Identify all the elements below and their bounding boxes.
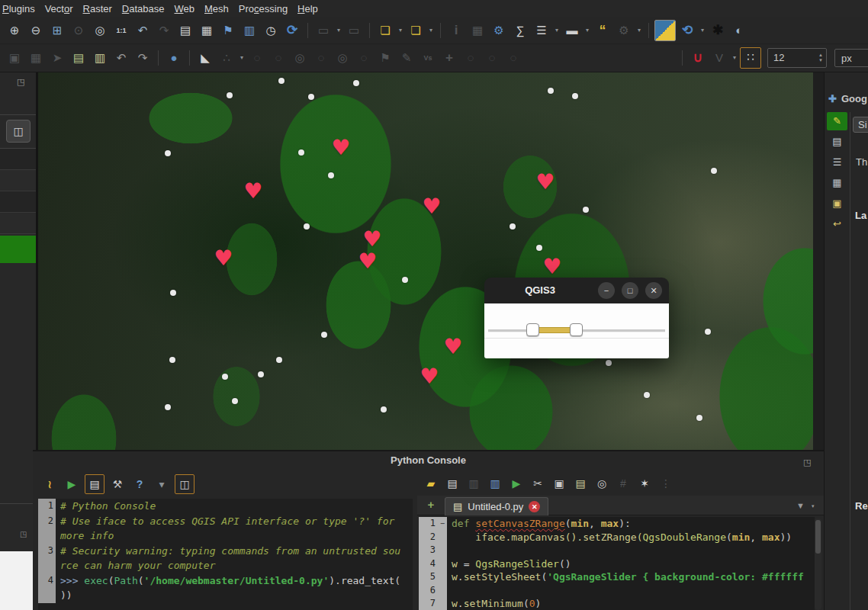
merge-3-icon[interactable]: ◌ <box>503 48 523 68</box>
deselect-features-icon[interactable]: ▭ <box>344 21 364 40</box>
styling-tab-symbology[interactable]: ✎ <box>827 112 847 130</box>
tracing-caret[interactable]: ▾ <box>731 48 738 68</box>
zoom-out-icon[interactable]: ⊖ <box>26 21 46 40</box>
attribute-table-icon[interactable]: ☰ <box>532 21 551 40</box>
show-editor-icon[interactable]: ▤ <box>85 474 104 494</box>
tracing-icon[interactable]: V <box>709 48 729 68</box>
open-script-icon[interactable]: ▰ <box>422 474 440 493</box>
python-console-icon[interactable] <box>654 20 676 41</box>
dialog-titlebar[interactable]: QGIS3 − □ ✕ <box>484 278 669 303</box>
fold-marker[interactable]: − <box>438 517 447 531</box>
list-item[interactable] <box>0 191 36 213</box>
menu-raster[interactable]: Raster <box>82 3 121 14</box>
panel-toolbar-button[interactable]: ◫ <box>6 120 31 143</box>
digitize-5-icon[interactable]: ◎ <box>333 48 352 68</box>
zoom-next-icon[interactable]: ↷ <box>154 21 174 40</box>
open-in-external-editor-icon[interactable]: ▤ <box>443 474 461 493</box>
show-bookmarks-icon[interactable]: ▥ <box>240 21 259 40</box>
undo-icon[interactable]: ↶ <box>111 48 131 68</box>
styling-tab-3d-view[interactable]: ▦ <box>827 174 847 192</box>
temporal-controller-icon[interactable]: ◷ <box>261 21 281 40</box>
menu-plugins[interactable]: Plugins <box>2 3 44 14</box>
list-item-selected[interactable] <box>0 236 36 263</box>
split-features-icon[interactable]: + <box>439 48 459 68</box>
annotation-icon[interactable]: ❏ <box>406 21 426 40</box>
new-map-view-icon[interactable]: ▤ <box>175 21 195 40</box>
save-as-icon[interactable]: ▥ <box>486 474 504 493</box>
paste-style-icon[interactable]: ▥ <box>90 48 110 68</box>
console-output[interactable]: 1# Python Console2# Use iface to access … <box>38 499 413 610</box>
db-manager-icon[interactable]: ● <box>164 48 184 68</box>
copy-features-icon[interactable]: ▣ <box>5 48 24 68</box>
digitize-1-icon[interactable]: ◌ <box>247 48 267 68</box>
dock-console-icon[interactable]: ◫ <box>175 474 194 494</box>
styling-tab-masks[interactable]: ☰ <box>827 153 847 172</box>
spinbox-value[interactable]: 12 <box>768 49 815 67</box>
tab-untitled-0[interactable]: ▤ Untitled-0.py ✕ <box>445 497 548 515</box>
editor-scrollbar[interactable] <box>815 518 821 610</box>
menu-processing[interactable]: Processing <box>238 3 297 14</box>
menu-mesh[interactable]: Mesh <box>204 3 238 14</box>
help-icon[interactable]: ? <box>130 475 149 493</box>
identify-features-icon[interactable]: i <box>446 21 466 40</box>
object-inspector-icon[interactable]: ✶ <box>635 474 654 493</box>
vertex-tool-caret[interactable]: ▾ <box>238 48 246 68</box>
menu-help[interactable]: Help <box>297 3 327 14</box>
plugin-manager-icon[interactable]: ⟲ <box>677 21 697 40</box>
redo-icon[interactable]: ↷ <box>133 48 153 68</box>
vertex-tool-icon[interactable]: ∴ <box>217 48 236 68</box>
reshape-icon[interactable]: ✎ <box>397 48 416 68</box>
layout-manager-icon[interactable]: ◣ <box>195 48 215 68</box>
editor-options-icon[interactable]: ⋮ <box>657 474 675 493</box>
copy-icon[interactable]: ▣ <box>550 474 568 493</box>
styling-tab-diagrams[interactable]: ▣ <box>827 194 847 213</box>
menu-vector[interactable]: Vector <box>44 3 82 14</box>
new-3d-map-view-icon[interactable]: ▦ <box>197 21 217 40</box>
styling-tab-history[interactable]: ↩ <box>827 215 847 233</box>
merge-1-icon[interactable]: ◌ <box>461 48 481 68</box>
find-text-icon[interactable]: ◎ <box>593 474 611 493</box>
copy-style-icon[interactable]: ▤ <box>69 48 88 68</box>
snapping-magnet-icon[interactable]: ∪ <box>688 48 708 68</box>
zoom-last-icon[interactable]: ↶ <box>133 21 153 40</box>
select-features-caret[interactable]: ▾ <box>335 21 342 40</box>
clear-console-icon[interactable]: ≀ <box>40 475 59 493</box>
styling-tab-labels[interactable]: ▤ <box>827 133 847 151</box>
delete-selected-icon[interactable]: ▦ <box>26 48 46 68</box>
actions-caret[interactable]: ▾ <box>635 21 643 40</box>
zoom-to-layer-icon[interactable]: ◎ <box>90 21 110 40</box>
measure-icon[interactable]: ▬ <box>562 21 582 40</box>
cut-icon[interactable]: ✂ <box>529 474 547 493</box>
zoom-to-selection-icon[interactable]: ⊙ <box>69 21 88 40</box>
help-caret[interactable]: ▾ <box>153 475 171 493</box>
snap-tolerance-spinbox[interactable]: 12▲▼ <box>767 48 827 68</box>
processing-toolbox-icon[interactable]: ⚙ <box>489 21 509 40</box>
tab-list-dropdown-icon[interactable]: ▼ <box>796 501 805 510</box>
zoom-in-icon[interactable]: ⊕ <box>5 21 24 40</box>
range-slider-handle-max[interactable] <box>570 323 583 336</box>
map-canvas[interactable]: ♥♥♥♥♥♥♥♥♥♥ <box>38 72 813 450</box>
digitize-2-icon[interactable]: ◌ <box>268 48 288 68</box>
list-item[interactable] <box>0 170 36 191</box>
trace-vs-icon[interactable]: Vs <box>418 48 438 68</box>
minimize-button[interactable]: − <box>598 282 615 299</box>
range-slider-handle-min[interactable] <box>526 323 539 336</box>
zoom-full-icon[interactable]: ⊞ <box>47 21 67 40</box>
measure-caret[interactable]: ▾ <box>583 21 591 40</box>
comment-icon[interactable]: # <box>614 474 632 493</box>
menu-web[interactable]: Web <box>173 3 204 14</box>
float-panel-icon[interactable]: ◳ <box>17 77 24 87</box>
digitize-4-icon[interactable]: ◌ <box>311 48 331 68</box>
refresh-map-icon[interactable]: ⟳ <box>282 21 302 40</box>
map-tips-icon[interactable]: “ <box>593 21 612 40</box>
close-button[interactable]: ✕ <box>645 282 662 299</box>
tab-list-caret[interactable]: ▾ <box>812 503 815 509</box>
digitize-3-icon[interactable]: ◎ <box>290 48 310 68</box>
code-editor[interactable]: 1−def setCanvasZRange(min, max):2 iface.… <box>419 517 815 610</box>
spinbox-arrows[interactable]: ▲▼ <box>815 49 826 67</box>
run-command-icon[interactable]: ▶ <box>63 475 81 493</box>
scrollbar-thumb[interactable] <box>815 520 821 554</box>
run-script-icon[interactable]: ▶ <box>507 474 526 493</box>
styling-panel-fragment-si[interactable]: Si <box>853 117 868 133</box>
snap-units-combo[interactable]: px <box>834 49 868 67</box>
